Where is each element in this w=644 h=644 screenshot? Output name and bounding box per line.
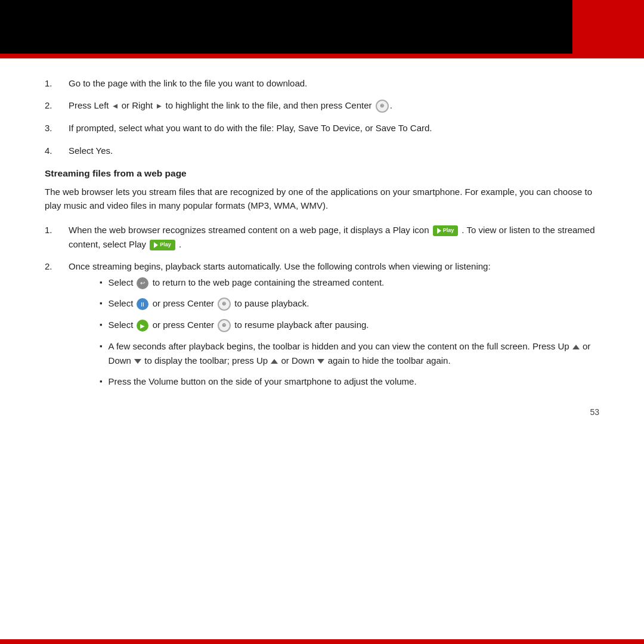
top-bar <box>0 0 644 54</box>
up-arrow-icon-2 <box>271 359 278 364</box>
list-item: Go to the page with the link to the file… <box>45 76 599 90</box>
left-arrow-icon: ◄ <box>112 100 119 112</box>
play-triangle-icon <box>437 228 441 234</box>
list-item-text: If prompted, select what you want to do … <box>69 121 599 135</box>
bullet-item-text: Select ▶ or press Center ⊕ to resume pla… <box>109 318 599 332</box>
center-button-icon-2: ⊕ <box>218 298 231 311</box>
page-number: 53 <box>590 407 599 417</box>
play-triangle-icon-2 <box>154 242 158 248</box>
back-icon: ↩ <box>137 277 148 289</box>
pause-icon: ⏸ <box>137 298 148 310</box>
bullet-item-text: A few seconds after playback begins, the… <box>109 339 599 367</box>
section-title: Streaming files from a web page <box>45 168 599 179</box>
down-arrow-icon <box>134 359 141 364</box>
bullet-item-text: Select ↩ to return to the web page conta… <box>109 275 599 289</box>
bullet-item-text: Select ⏸ or press Center ⊕ to pause play… <box>109 296 599 311</box>
play-icon-button-2: Play <box>150 240 175 250</box>
top-bar-red-accent <box>572 0 644 54</box>
intro-list: Go to the page with the link to the file… <box>45 76 599 157</box>
section-body: The web browser lets you stream files th… <box>45 185 599 213</box>
list-item: If prompted, select what you want to do … <box>45 121 599 135</box>
list-item: Once streaming begins, playback starts a… <box>45 259 599 395</box>
play-icon-button: Play <box>433 225 459 236</box>
red-divider-line <box>0 54 644 58</box>
bullet-item-text: Press the Volume button on the side of y… <box>109 374 599 388</box>
resume-icon: ▶ <box>137 320 148 332</box>
bottom-red-line <box>0 639 644 644</box>
list-item: A few seconds after playback begins, the… <box>100 339 599 367</box>
list-item: Select Yes. <box>45 144 599 157</box>
list-item-text: Once streaming begins, playback starts a… <box>69 259 599 395</box>
main-content: Go to the page with the link to the file… <box>0 58 644 428</box>
up-arrow-icon <box>572 345 580 349</box>
list-item-text: Go to the page with the link to the file… <box>69 76 599 90</box>
bullet-list: Select ↩ to return to the web page conta… <box>100 275 599 388</box>
down-arrow-icon-2 <box>317 359 324 364</box>
list-item: Press Left ◄ or Right ► to highlight the… <box>45 98 599 113</box>
right-arrow-icon: ► <box>155 100 163 112</box>
list-item-text: Select Yes. <box>69 144 599 157</box>
list-item: When the web browser recognizes streamed… <box>45 223 599 251</box>
list-item: Press the Volume button on the side of y… <box>100 374 599 388</box>
center-button-icon: ⊕ <box>376 100 389 113</box>
list-item: Select ▶ or press Center ⊕ to resume pla… <box>100 318 599 332</box>
center-button-icon-3: ⊕ <box>218 319 231 332</box>
list-item: Select ⏸ or press Center ⊕ to pause play… <box>100 296 599 311</box>
list-item: Select ↩ to return to the web page conta… <box>100 275 599 289</box>
list-item-text: Press Left ◄ or Right ► to highlight the… <box>69 98 599 113</box>
streaming-list: When the web browser recognizes streamed… <box>45 223 599 395</box>
list-item-text: When the web browser recognizes streamed… <box>69 223 599 251</box>
